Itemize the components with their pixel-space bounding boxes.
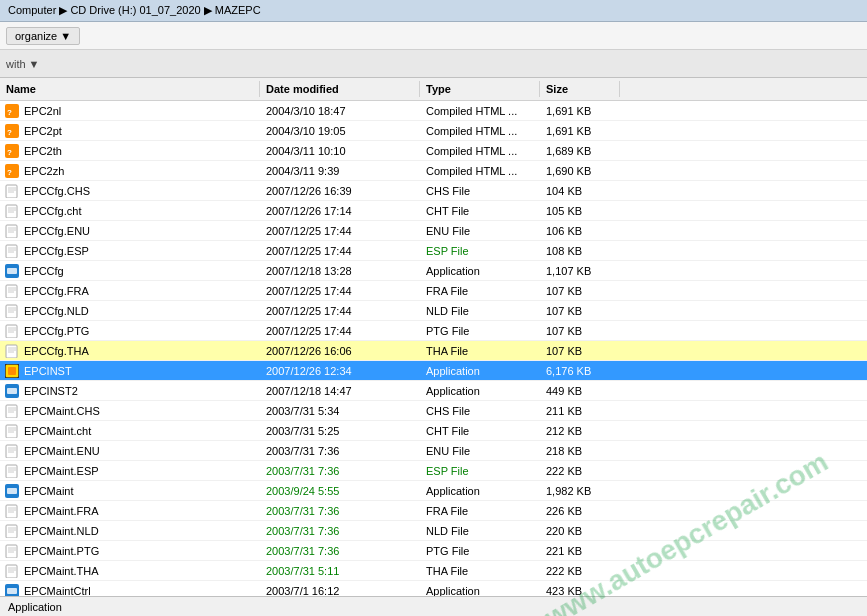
file-icon-file	[4, 203, 20, 219]
file-name-cell: EPCMaintCtrl	[0, 583, 260, 597]
file-name: EPCCfg	[24, 265, 64, 277]
file-size: 222 KB	[540, 565, 620, 577]
file-type: Compiled HTML ...	[420, 145, 540, 157]
file-size: 105 KB	[540, 205, 620, 217]
file-list-header: Name Date modified Type Size	[0, 78, 867, 101]
svg-rect-25	[7, 268, 17, 274]
file-icon-app	[4, 583, 20, 597]
col-type[interactable]: Type	[420, 81, 540, 97]
file-name: EPCCfg.cht	[24, 205, 81, 217]
col-size[interactable]: Size	[540, 81, 620, 97]
table-row[interactable]: EPCMaint.ENU 2003/7/31 7:36 ENU File 218…	[0, 441, 867, 461]
table-row[interactable]: ? EPC2zh 2004/3/11 9:39 Compiled HTML ..…	[0, 161, 867, 181]
file-name-cell: EPCMaint	[0, 483, 260, 499]
table-row[interactable]: EPCCfg.ENU 2007/12/25 17:44 ENU File 106…	[0, 221, 867, 241]
file-name-cell: ? EPC2th	[0, 143, 260, 159]
file-name-cell: EPCMaint.NLD	[0, 523, 260, 539]
file-type: THA File	[420, 565, 540, 577]
file-name: EPCCfg.FRA	[24, 285, 89, 297]
table-row[interactable]: EPCMaint.THA 2003/7/31 5:11 THA File 222…	[0, 561, 867, 581]
file-type: Application	[420, 485, 540, 497]
file-icon-file	[4, 243, 20, 259]
file-name: EPCCfg.CHS	[24, 185, 90, 197]
file-name-cell: EPCINST	[0, 363, 260, 379]
svg-rect-45	[7, 388, 17, 394]
file-name: EPCINST	[24, 365, 72, 377]
file-size: 107 KB	[540, 345, 620, 357]
file-size: 1,689 KB	[540, 145, 620, 157]
file-date: 2007/12/26 17:14	[260, 205, 420, 217]
file-date: 2004/3/10 18:47	[260, 105, 420, 117]
table-row[interactable]: EPCMaint 2003/9/24 5:55 Application 1,98…	[0, 481, 867, 501]
file-date: 2007/12/25 17:44	[260, 245, 420, 257]
file-size: 212 KB	[540, 425, 620, 437]
file-type: Application	[420, 585, 540, 597]
table-row[interactable]: EPCCfg.ESP 2007/12/25 17:44 ESP File 108…	[0, 241, 867, 261]
table-row[interactable]: EPCMaint.NLD 2003/7/31 7:36 NLD File 220…	[0, 521, 867, 541]
file-date: 2004/3/11 10:10	[260, 145, 420, 157]
file-name-cell: EPCCfg.ENU	[0, 223, 260, 239]
file-name-cell: EPCCfg.THA	[0, 343, 260, 359]
file-icon-app	[4, 483, 20, 499]
file-icon-file	[4, 563, 20, 579]
file-icon-file	[4, 423, 20, 439]
table-row[interactable]: EPCMaint.CHS 2003/7/31 5:34 CHS File 211…	[0, 401, 867, 421]
table-row[interactable]: EPCMaint.FRA 2003/7/31 7:36 FRA File 226…	[0, 501, 867, 521]
table-row[interactable]: EPCCfg.PTG 2007/12/25 17:44 PTG File 107…	[0, 321, 867, 341]
file-name: EPCCfg.THA	[24, 345, 89, 357]
svg-text:?: ?	[7, 148, 12, 157]
file-size: 107 KB	[540, 305, 620, 317]
organize-button[interactable]: organize ▼	[6, 27, 80, 45]
table-row[interactable]: EPCMaint.PTG 2003/7/31 7:36 PTG File 221…	[0, 541, 867, 561]
table-row[interactable]: ? EPC2pt 2004/3/10 19:05 Compiled HTML .…	[0, 121, 867, 141]
file-date: 2003/7/31 7:36	[260, 445, 420, 457]
file-date: 2007/12/18 14:47	[260, 385, 420, 397]
file-type: ESP File	[420, 465, 540, 477]
table-row[interactable]: EPCCfg.CHS 2007/12/26 16:39 CHS File 104…	[0, 181, 867, 201]
table-row[interactable]: EPCCfg.FRA 2007/12/25 17:44 FRA File 107…	[0, 281, 867, 301]
breadcrumb-bar: with ▼	[0, 50, 867, 78]
table-row[interactable]: ? EPC2nl 2004/3/10 18:47 Compiled HTML .…	[0, 101, 867, 121]
file-name-cell: EPCMaint.ENU	[0, 443, 260, 459]
file-date: 2003/7/31 7:36	[260, 525, 420, 537]
file-name-cell: EPCMaint.PTG	[0, 543, 260, 559]
file-date: 2007/12/25 17:44	[260, 325, 420, 337]
file-type: FRA File	[420, 505, 540, 517]
file-date: 2007/12/25 17:44	[260, 285, 420, 297]
table-row[interactable]: EPCCfg.THA 2007/12/26 16:06 THA File 107…	[0, 341, 867, 361]
file-name: EPCCfg.ENU	[24, 225, 90, 237]
table-row[interactable]: EPCMaintCtrl 2003/7/1 16:12 Application …	[0, 581, 867, 596]
table-row[interactable]: ? EPC2th 2004/3/11 10:10 Compiled HTML .…	[0, 141, 867, 161]
file-name-cell: EPCCfg.cht	[0, 203, 260, 219]
file-name: EPCMaint.ENU	[24, 445, 100, 457]
breadcrumb-path: Computer ▶ CD Drive (H:) 01_07_2020 ▶ MA…	[8, 4, 261, 17]
file-name: EPCMaint.CHS	[24, 405, 100, 417]
table-row[interactable]: EPCCfg.NLD 2007/12/25 17:44 NLD File 107…	[0, 301, 867, 321]
table-row[interactable]: EPCCfg 2007/12/18 13:28 Application 1,10…	[0, 261, 867, 281]
file-name-cell: EPCMaint.cht	[0, 423, 260, 439]
file-icon-file	[4, 283, 20, 299]
col-date[interactable]: Date modified	[260, 81, 420, 97]
col-name[interactable]: Name	[0, 81, 260, 97]
status-bar: Application	[0, 596, 867, 616]
table-row[interactable]: EPCMaint.cht 2003/7/31 5:25 CHT File 212…	[0, 421, 867, 441]
file-icon-selected	[4, 363, 20, 379]
file-date: 2007/12/26 12:34	[260, 365, 420, 377]
file-size: 449 KB	[540, 385, 620, 397]
file-name-cell: EPCCfg.PTG	[0, 323, 260, 339]
file-name-cell: EPCINST2	[0, 383, 260, 399]
table-row[interactable]: EPCINST2 2007/12/18 14:47 Application 44…	[0, 381, 867, 401]
file-icon-file	[4, 183, 20, 199]
file-date: 2003/7/1 16:12	[260, 585, 420, 597]
file-size: 108 KB	[540, 245, 620, 257]
file-name-cell: ? EPC2nl	[0, 103, 260, 119]
file-date: 2003/7/31 7:36	[260, 545, 420, 557]
file-name: EPCMaint.PTG	[24, 545, 99, 557]
table-row[interactable]: EPCCfg.cht 2007/12/26 17:14 CHT File 105…	[0, 201, 867, 221]
table-row[interactable]: EPCINST 2007/12/26 12:34 Application 6,1…	[0, 361, 867, 381]
file-type: Application	[420, 265, 540, 277]
file-name: EPCCfg.NLD	[24, 305, 89, 317]
svg-rect-43	[8, 367, 16, 375]
table-row[interactable]: EPCMaint.ESP 2003/7/31 7:36 ESP File 222…	[0, 461, 867, 481]
file-list-container[interactable]: Name Date modified Type Size ? EPC2nl 20…	[0, 78, 867, 596]
